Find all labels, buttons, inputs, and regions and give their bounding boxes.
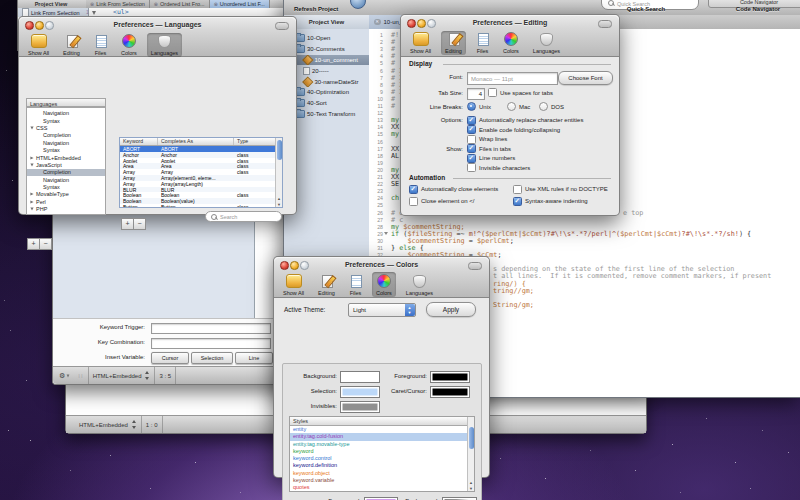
- language-list-item[interactable]: Completion: [27, 132, 105, 139]
- language-list-item[interactable]: Navigation: [27, 110, 105, 117]
- show-checkbox[interactable]: Line numbers: [467, 154, 515, 162]
- language-list-item[interactable]: MovableType: [27, 191, 105, 198]
- keyword-trigger-field[interactable]: [151, 323, 271, 335]
- key-combination-field[interactable]: [151, 338, 271, 350]
- checkbox-icon[interactable]: [513, 197, 522, 206]
- active-theme-dropdown[interactable]: Light ▲ ▼: [348, 303, 416, 317]
- color-well-foreground[interactable]: [430, 371, 470, 383]
- insert-variable-button-line[interactable]: Line: [235, 352, 273, 364]
- option-checkbox[interactable]: Automatically replace character entities: [467, 116, 583, 124]
- toolbar-item-colors[interactable]: Colors: [372, 272, 396, 297]
- grip-icon[interactable]: ⁞⁞: [78, 373, 83, 379]
- language-list-item[interactable]: HTML+Embedded: [27, 154, 105, 161]
- table-header[interactable]: KeywordCompletes AsType: [120, 138, 282, 146]
- window-a-tab[interactable]: ⊗Link From Selection: [86, 0, 150, 8]
- style-background-well[interactable]: [442, 497, 477, 500]
- disclosure-icon[interactable]: [30, 208, 33, 211]
- column-header[interactable]: Keyword: [120, 138, 158, 145]
- window-a-tab[interactable]: ⊗Unordered List F...: [210, 0, 270, 8]
- checkbox-icon[interactable]: [467, 135, 476, 144]
- toolbar-item-colors[interactable]: Colors: [499, 30, 523, 55]
- automation-checkbox[interactable]: Close element on </: [409, 197, 475, 205]
- language-list-item[interactable]: Completion: [27, 169, 105, 176]
- toolbar-item-languages[interactable]: Languages: [147, 33, 182, 57]
- language-list-item[interactable]: PHP: [27, 206, 105, 213]
- fold-icon[interactable]: [384, 232, 388, 235]
- language-popup[interactable]: HTML+Embedded: [79, 420, 137, 429]
- style-row[interactable]: keyword.object: [290, 470, 474, 477]
- color-well-caretcursor[interactable]: [430, 386, 470, 398]
- style-row[interactable]: quotes: [290, 484, 474, 491]
- close-button[interactable]: [280, 261, 289, 270]
- style-row[interactable]: entity.tag.cold-fusion: [290, 433, 474, 440]
- use-spaces-checkbox-row[interactable]: Use spaces for tabs: [488, 89, 553, 97]
- disclosure-icon[interactable]: [30, 126, 33, 129]
- tab-size-field[interactable]: 4: [467, 88, 485, 100]
- style-row[interactable]: entity: [290, 426, 474, 433]
- checkbox-icon[interactable]: [409, 197, 418, 206]
- checkbox-icon[interactable]: [467, 163, 476, 172]
- minimize-button[interactable]: [417, 19, 426, 28]
- toolbar-item-editing[interactable]: Editing: [59, 33, 84, 57]
- remove-language-button[interactable]: −: [39, 238, 52, 250]
- scroll-down-icon[interactable]: ▼: [276, 202, 282, 207]
- toolbar-item-showall[interactable]: Show All: [406, 30, 435, 55]
- language-list-item[interactable]: JavaScript: [27, 161, 105, 168]
- refresh-project-icon[interactable]: [350, 0, 366, 9]
- scroll-up-icon[interactable]: ▲: [468, 480, 474, 485]
- minimize-button[interactable]: [290, 261, 299, 270]
- table-scrollbar[interactable]: ▲ ▼: [275, 138, 282, 207]
- language-list-item[interactable]: Navigation: [27, 139, 105, 146]
- option-checkbox[interactable]: Wrap lines: [467, 135, 507, 143]
- minimize-button[interactable]: [35, 21, 44, 30]
- checkbox-icon[interactable]: [467, 154, 476, 163]
- language-list-item[interactable]: CSS: [27, 124, 105, 131]
- toolbar-item-editing[interactable]: Editing: [314, 273, 339, 297]
- styles-scrollbar[interactable]: ▲ ▼: [467, 417, 474, 491]
- remove-keyword-button[interactable]: −: [133, 218, 146, 230]
- language-list-item[interactable]: Perl: [27, 198, 105, 205]
- tab-close-icon[interactable]: ✕: [374, 19, 381, 26]
- automation-checkbox[interactable]: Use XML rules if no DOCTYPE: [513, 185, 608, 193]
- style-foreground-well[interactable]: [364, 497, 398, 500]
- styles-header[interactable]: Styles: [290, 417, 474, 426]
- toolbar-item-showall[interactable]: Show All: [24, 32, 53, 57]
- disclosure-icon[interactable]: [30, 156, 33, 159]
- checkbox-icon[interactable]: [409, 185, 418, 194]
- toolbar-toggle-button[interactable]: [468, 262, 482, 270]
- keyword-search-input[interactable]: Search: [205, 211, 282, 222]
- show-checkbox[interactable]: Invisible characters: [467, 164, 530, 172]
- line-break-radio-unix[interactable]: Unix: [467, 103, 491, 111]
- toolbar-item-editing[interactable]: Editing: [441, 31, 466, 55]
- column-header[interactable]: Completes As: [158, 138, 234, 145]
- language-list-item[interactable]: Navigation: [27, 176, 105, 183]
- automation-checkbox[interactable]: Automatically close elements: [409, 185, 498, 193]
- toolbar-toggle-button[interactable]: [598, 20, 612, 28]
- option-checkbox[interactable]: Enable code folding/collapsing: [467, 126, 560, 134]
- line-break-radio-dos[interactable]: DOS: [539, 103, 564, 111]
- checkbox-icon[interactable]: [467, 116, 476, 125]
- language-list-item[interactable]: Syntax: [27, 146, 105, 153]
- insert-variable-button-selection[interactable]: Selection: [191, 352, 233, 364]
- checkbox-icon[interactable]: [513, 185, 522, 194]
- show-checkbox[interactable]: Files in tabs: [467, 145, 511, 153]
- style-row[interactable]: keyword: [290, 448, 474, 455]
- window-a-tab[interactable]: ⊗Ordered List Fro...: [150, 0, 210, 8]
- color-well-invisibles[interactable]: [340, 401, 380, 413]
- toolbar-item-colors[interactable]: Colors: [117, 32, 141, 57]
- fold-icon[interactable]: [92, 11, 96, 15]
- toolbar-item-languages[interactable]: Languages: [529, 31, 564, 55]
- toolbar-item-files[interactable]: Files: [345, 273, 366, 297]
- scroll-up-icon[interactable]: ▲: [276, 196, 282, 201]
- checkbox-icon[interactable]: [467, 144, 476, 153]
- choose-font-button[interactable]: Choose Font: [558, 71, 613, 85]
- use-spaces-checkbox[interactable]: [488, 88, 497, 97]
- insert-variable-button-cursor[interactable]: Cursor: [151, 352, 189, 364]
- language-list-item[interactable]: Syntax: [27, 183, 105, 190]
- toolbar-item-showall[interactable]: Show All: [279, 272, 308, 297]
- toolbar-item-languages[interactable]: Languages: [402, 273, 437, 297]
- toolbar-toggle-button[interactable]: [275, 22, 289, 30]
- automation-checkbox[interactable]: Syntax-aware indenting: [513, 197, 588, 205]
- style-row[interactable]: keyword.variable: [290, 477, 474, 484]
- line-break-radio-mac[interactable]: Mac: [507, 103, 530, 111]
